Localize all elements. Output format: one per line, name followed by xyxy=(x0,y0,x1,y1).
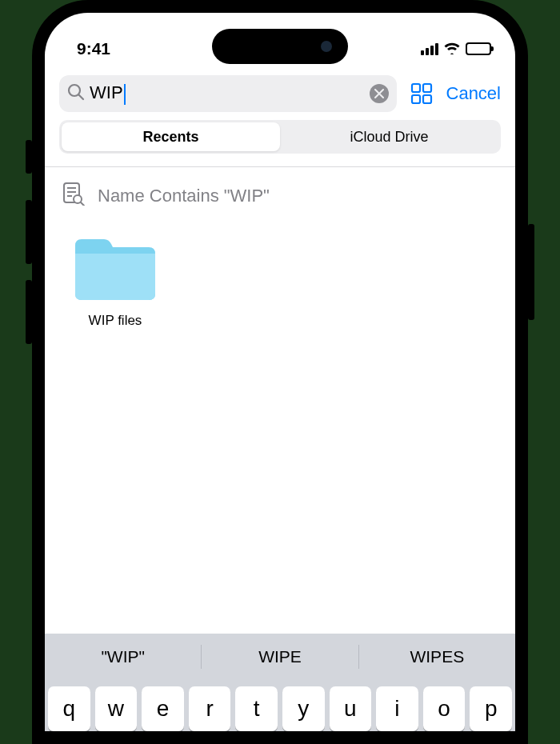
key-e[interactable]: e xyxy=(142,686,184,731)
dynamic-island xyxy=(212,29,348,64)
clear-search-button[interactable] xyxy=(370,84,389,103)
folder-label: WIP files xyxy=(89,313,142,329)
results-grid: WIP files xyxy=(45,217,515,634)
search-text: WIP xyxy=(90,82,126,104)
folder-item[interactable]: WIP files xyxy=(59,234,171,329)
suggestion-text: Name Contains "WIP" xyxy=(98,186,270,206)
key-w[interactable]: w xyxy=(95,686,138,731)
key-t[interactable]: t xyxy=(235,686,278,731)
status-time: 9:41 xyxy=(77,39,110,58)
svg-line-1 xyxy=(79,95,84,100)
predictive-suggestion[interactable]: WIPE xyxy=(202,647,358,666)
search-suggestion[interactable]: Name Contains "WIP" xyxy=(45,167,515,217)
svg-rect-2 xyxy=(412,84,420,92)
wifi-icon xyxy=(443,39,461,58)
scope-segmented-control: Recents iCloud Drive xyxy=(59,120,501,154)
predictive-suggestion[interactable]: "WIP" xyxy=(45,647,201,666)
battery-icon xyxy=(466,42,491,55)
svg-line-11 xyxy=(81,202,84,206)
screen: 9:41 WIP Cance xyxy=(45,13,515,731)
tab-recents[interactable]: Recents xyxy=(62,122,280,151)
phone-frame: 9:41 WIP Cance xyxy=(32,0,528,744)
predictive-suggestion[interactable]: WIPES xyxy=(359,647,515,666)
view-grid-button[interactable] xyxy=(410,82,434,106)
search-row: WIP Cancel xyxy=(45,69,515,120)
key-u[interactable]: u xyxy=(330,686,372,731)
key-o[interactable]: o xyxy=(423,686,466,731)
cellular-icon xyxy=(421,42,438,55)
folder-icon xyxy=(72,234,158,306)
key-i[interactable]: i xyxy=(376,686,418,731)
svg-rect-4 xyxy=(412,95,420,103)
search-input[interactable]: WIP xyxy=(59,75,397,112)
key-p[interactable]: p xyxy=(470,686,512,731)
svg-rect-3 xyxy=(423,84,431,92)
tab-icloud-drive[interactable]: iCloud Drive xyxy=(280,122,498,151)
cancel-button[interactable]: Cancel xyxy=(446,83,501,104)
document-search-icon xyxy=(62,182,85,210)
key-q[interactable]: q xyxy=(48,686,90,731)
key-r[interactable]: r xyxy=(189,686,231,731)
svg-rect-5 xyxy=(423,95,431,103)
search-icon xyxy=(67,83,85,104)
key-y[interactable]: y xyxy=(282,686,325,731)
keyboard: q w e r t y u i o p xyxy=(45,680,515,731)
predictive-bar: "WIP" WIPE WIPES xyxy=(45,634,515,680)
